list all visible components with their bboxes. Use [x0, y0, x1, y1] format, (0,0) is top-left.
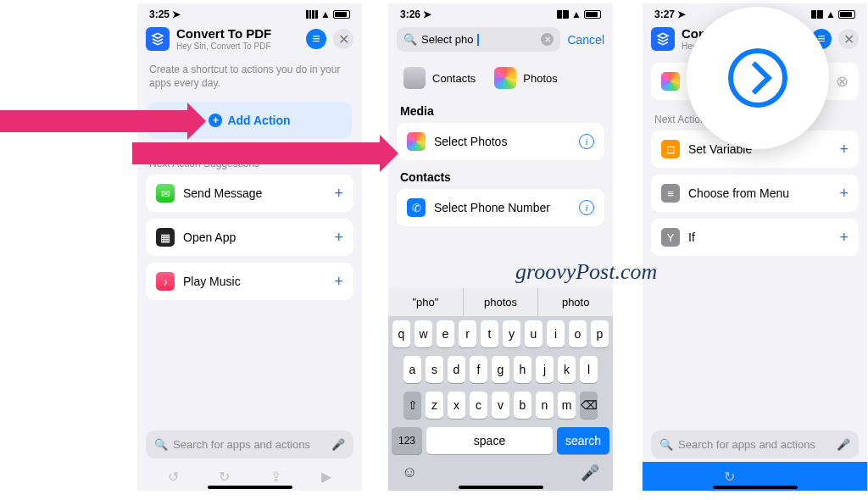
action-select-phone[interactable]: ✆Select Phone Numberi: [397, 189, 604, 226]
key-r[interactable]: r: [459, 320, 476, 347]
category-photos[interactable]: Photos: [494, 67, 557, 89]
grid-icon: ▦: [156, 228, 175, 247]
key-i[interactable]: i: [547, 320, 565, 347]
status-time: 3:26 ➤: [400, 8, 431, 20]
suggestion[interactable]: "pho": [388, 288, 463, 316]
add-icon[interactable]: +: [839, 141, 849, 158]
key-⇧[interactable]: ⇧: [403, 392, 421, 419]
key-d[interactable]: d: [448, 356, 465, 383]
keyboard: "pho" photos photo qwertyuiop asdfghjkl …: [388, 288, 613, 491]
key-v[interactable]: v: [492, 392, 509, 419]
close-button[interactable]: ✕: [333, 29, 353, 49]
status-time: 3:27 ➤: [654, 8, 686, 20]
key-n[interactable]: n: [536, 392, 554, 419]
action-select-photos[interactable]: Select Photosi: [397, 123, 604, 160]
key-f[interactable]: f: [470, 356, 487, 383]
key-k[interactable]: k: [558, 356, 576, 383]
key-⌫[interactable]: ⌫: [580, 392, 598, 419]
search-bar[interactable]: 🔍 Search for apps and actions 🎤: [651, 431, 859, 458]
photos-icon: [494, 67, 516, 89]
settings-button[interactable]: ≡: [306, 29, 326, 49]
hint-text: Create a shortcut to actions you do in y…: [137, 56, 362, 97]
key-o[interactable]: o: [569, 320, 587, 347]
clear-icon[interactable]: ⊗: [836, 72, 849, 91]
suggestion[interactable]: photo: [537, 288, 613, 316]
key-x[interactable]: x: [448, 392, 465, 419]
key-p[interactable]: p: [591, 320, 609, 347]
close-button[interactable]: ✕: [838, 29, 859, 49]
key-l[interactable]: l: [580, 356, 598, 383]
suggestion-row[interactable]: ✉Send Message+: [146, 175, 353, 212]
key-b[interactable]: b: [514, 392, 531, 419]
add-action-label: Add Action: [227, 114, 290, 127]
redo-icon[interactable]: ↻: [219, 469, 230, 485]
mic-icon[interactable]: 🎤: [331, 438, 345, 451]
mic-icon[interactable]: 🎤: [581, 464, 599, 482]
key-space[interactable]: space: [426, 427, 553, 454]
key-y[interactable]: y: [503, 320, 520, 347]
add-icon[interactable]: +: [839, 185, 849, 203]
category-contacts[interactable]: Contacts: [403, 67, 476, 89]
category-row: Contacts Photos: [388, 57, 613, 94]
key-w[interactable]: w: [415, 320, 432, 347]
key-j[interactable]: j: [536, 356, 554, 383]
suggestion-row[interactable]: ▦Open App+: [146, 219, 353, 256]
search-icon: 🔍: [403, 33, 417, 46]
key-e[interactable]: e: [437, 320, 454, 347]
key-g[interactable]: g: [492, 356, 509, 383]
share-icon[interactable]: ⇪: [776, 469, 787, 485]
plus-icon: +: [209, 114, 222, 127]
key-m[interactable]: m: [558, 392, 576, 419]
key-u[interactable]: u: [525, 320, 542, 347]
photos-icon: [661, 72, 680, 91]
share-icon[interactable]: ⇪: [270, 469, 281, 485]
play-icon[interactable]: ▶: [321, 469, 331, 485]
mic-icon[interactable]: 🎤: [837, 438, 850, 451]
section-media: Media: [388, 94, 613, 123]
search-icon: 🔍: [659, 438, 673, 451]
key-a[interactable]: a: [403, 356, 421, 383]
search-field[interactable]: 🔍 Select pho ✕: [397, 27, 560, 52]
key-search[interactable]: search: [557, 427, 609, 454]
suggestion-row[interactable]: YIf+: [651, 219, 859, 256]
search-placeholder: Search for apps and actions: [173, 438, 310, 451]
shortcut-header: Convert To PDF Hey Siri, Convert To PDF …: [137, 22, 362, 56]
menu-icon: ≡: [661, 184, 680, 203]
search-value: Select pho: [421, 33, 473, 46]
photos-icon: [407, 132, 426, 151]
play-icon[interactable]: ▶: [826, 469, 837, 485]
add-icon[interactable]: +: [334, 273, 343, 291]
section-contacts: Contacts: [388, 160, 613, 189]
emoji-icon[interactable]: ☺: [402, 464, 417, 482]
search-bar[interactable]: 🔍 Search for apps and actions 🎤: [146, 431, 353, 458]
suggestion-row[interactable]: ♪Play Music+: [146, 263, 353, 300]
suggestion[interactable]: photos: [463, 288, 538, 316]
add-icon[interactable]: +: [334, 185, 343, 203]
wifi-icon: ▲: [571, 8, 581, 20]
undo-icon[interactable]: ↺: [168, 469, 179, 485]
watermark: groovyPost.com: [515, 259, 657, 285]
home-indicator: [459, 486, 543, 489]
add-icon[interactable]: +: [334, 229, 343, 247]
wifi-icon: ▲: [320, 8, 331, 20]
message-icon: ✉: [156, 184, 175, 203]
redo-icon[interactable]: ↻: [724, 469, 735, 485]
key-t[interactable]: t: [481, 320, 498, 347]
clear-icon[interactable]: ✕: [541, 33, 554, 46]
key-h[interactable]: h: [514, 356, 531, 383]
magnifier-callout: [687, 7, 829, 149]
shortcut-title: Convert To PDF: [176, 27, 299, 42]
key-123[interactable]: 123: [392, 427, 422, 454]
cancel-button[interactable]: Cancel: [567, 33, 604, 47]
info-icon[interactable]: i: [579, 134, 594, 149]
undo-icon[interactable]: ↺: [673, 469, 684, 485]
key-z[interactable]: z: [426, 392, 443, 419]
text-caret: [477, 34, 479, 46]
key-q[interactable]: q: [392, 320, 410, 347]
key-c[interactable]: c: [470, 392, 487, 419]
suggestion-row[interactable]: ≡Choose from Menu+: [651, 175, 859, 212]
key-s[interactable]: s: [426, 356, 443, 383]
add-icon[interactable]: +: [839, 229, 849, 247]
status-bar: 3:25 ➤ ▲: [137, 3, 362, 22]
info-icon[interactable]: i: [579, 200, 594, 215]
